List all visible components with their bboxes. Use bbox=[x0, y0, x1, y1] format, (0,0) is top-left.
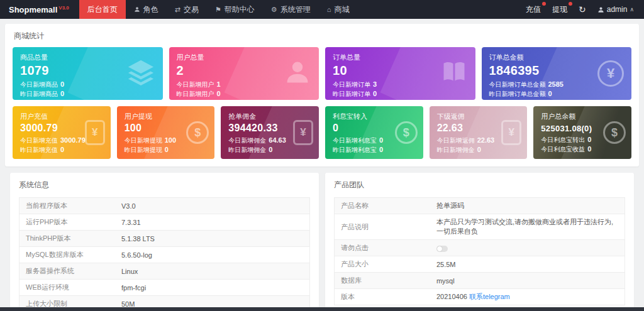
table-row: 数据库mysql bbox=[335, 273, 625, 289]
dollar-circle-icon: $ bbox=[603, 121, 626, 144]
user-icon bbox=[597, 6, 604, 13]
brand-logo[interactable]: Shopmemall V3.0 bbox=[9, 5, 69, 14]
withdraw-notification-badge bbox=[569, 2, 572, 6]
stat-line: 昨日新增用户0 bbox=[177, 89, 312, 99]
row-label: 服务器操作系统 bbox=[19, 263, 115, 280]
row-label: 产品说明 bbox=[335, 214, 430, 240]
table-row: 当前程序版本V3.0 bbox=[19, 198, 310, 214]
brand-name: Shopmemall bbox=[9, 5, 57, 14]
row-value bbox=[430, 240, 625, 256]
row-value: 20210406 联系telegram bbox=[430, 289, 625, 305]
nav-item-roles[interactable]: 角色 bbox=[126, 0, 167, 19]
nav-item-dashboard[interactable]: 后台首页 bbox=[79, 0, 126, 19]
stat-line: 昨日新增佣金0 bbox=[228, 145, 311, 155]
recharge-label: 充值 bbox=[526, 5, 541, 14]
nav-item-system-settings[interactable]: ⚙ 系统管理 bbox=[263, 0, 319, 19]
stat-card-goods-total[interactable]: 商品总量 1079 今日新增商品0 昨日新增商品0 bbox=[13, 47, 163, 100]
brand-version: V3.0 bbox=[58, 5, 69, 11]
table-row: 版本20210406 联系telegram bbox=[335, 289, 625, 305]
nav-item-label: 交易 bbox=[184, 0, 199, 19]
main-content: 商城统计 商品总量 1079 今日新增商品0 昨日新增商品0 用户总量 2 今日… bbox=[0, 19, 644, 311]
stat-card-user-withdraw[interactable]: 用户提现 100 今日新增提现100 昨日新增提现0 $ bbox=[117, 106, 215, 159]
nav-item-label: 帮助中心 bbox=[225, 0, 255, 19]
toggle-knob bbox=[437, 246, 442, 251]
product-size-link[interactable]: 25.5M bbox=[430, 256, 625, 273]
table-row: 产品大小25.5M bbox=[335, 256, 625, 273]
panel-title: 商城统计 bbox=[5, 24, 639, 47]
row-label: 版本 bbox=[335, 289, 430, 305]
withdraw-label: 提现 bbox=[552, 5, 567, 14]
database-link[interactable]: mysql bbox=[430, 273, 625, 289]
stat-line: 今日利息宝收益0 bbox=[541, 145, 624, 154]
refresh-icon[interactable]: ↻ bbox=[579, 4, 586, 14]
system-info-table: 当前程序版本V3.0 运行PHP版本7.3.31 ThinkPHP版本5.1.3… bbox=[19, 197, 310, 311]
row-label: 运行PHP版本 bbox=[19, 214, 115, 231]
row-label: ThinkPHP版本 bbox=[19, 231, 115, 247]
nav-item-label: 商城 bbox=[334, 0, 349, 19]
mall-statistics-panel: 商城统计 商品总量 1079 今日新增商品0 昨日新增商品0 用户总量 2 今日… bbox=[5, 24, 639, 166]
row-label: 当前程序版本 bbox=[19, 198, 115, 214]
row-label: 产品大小 bbox=[335, 256, 430, 273]
stat-card-order-commission[interactable]: 抢单佣金 394420.33 今日新增佣金64.63 昨日新增佣金0 ¥ bbox=[221, 106, 319, 159]
stat-line: 昨日新增利息宝0 bbox=[333, 145, 416, 155]
system-info-panel: 系统信息 当前程序版本V3.0 运行PHP版本7.3.31 ThinkPHP版本… bbox=[10, 173, 319, 311]
stat-line: 昨日新增佣金0 bbox=[437, 145, 520, 155]
stat-card-interest-in[interactable]: 利息宝转入 0 今日新增利息宝0 昨日新增利息宝0 $ bbox=[325, 106, 423, 159]
user-icon bbox=[134, 6, 140, 13]
nav-item-label: 后台首页 bbox=[87, 0, 118, 19]
navbar-right: 充值 提现 ↻ admin ∧ bbox=[526, 4, 644, 15]
footer-bar bbox=[0, 307, 644, 311]
table-row: ThinkPHP版本5.1.38 LTS bbox=[19, 231, 310, 247]
stat-card-order-amount[interactable]: 订单总金额 1846395 今日新增订单总金额2585 昨日新增订单总金额0 ¥ bbox=[482, 47, 632, 100]
admin-menu[interactable]: admin ∧ bbox=[597, 5, 634, 14]
nav-item-mall[interactable]: ⌂ 商城 bbox=[319, 0, 358, 19]
row-label: 产品名称 bbox=[335, 198, 430, 214]
nav-item-trade[interactable]: ⇄ 交易 bbox=[167, 0, 207, 19]
user-icon bbox=[284, 58, 311, 89]
table-row: 运行PHP版本7.3.31 bbox=[19, 214, 310, 231]
stat-title: 利息宝转入 bbox=[333, 112, 416, 121]
yen-circle-icon: ¥ bbox=[597, 60, 624, 87]
stat-card-user-recharge[interactable]: 用户充值 3000.79 今日新增充值3000.79 昨日新增充值0 ¥ bbox=[13, 106, 111, 159]
stat-line: 昨日新增订单0 bbox=[333, 89, 468, 99]
shop-icon: ⌂ bbox=[327, 0, 331, 19]
stat-card-user-balance[interactable]: 用户总余额 525031.08(0) 今日利息宝转出0 今日利息宝收益0 $ bbox=[533, 106, 631, 159]
receipt-icon: ¥ bbox=[85, 120, 105, 145]
dollar-circle-icon: $ bbox=[186, 121, 209, 144]
admin-label: admin bbox=[607, 5, 628, 14]
table-row: WEB运行环境fpm-fcgi bbox=[19, 280, 310, 296]
exchange-icon: ⇄ bbox=[175, 0, 180, 19]
flag-icon: ⚑ bbox=[215, 0, 221, 19]
chevron-up-icon: ∧ bbox=[630, 6, 634, 13]
stat-line: 昨日新增提现0 bbox=[125, 145, 208, 155]
table-row: 请勿点击 bbox=[335, 240, 625, 256]
row-value: 本产品只为学习测试交流,请勿搬做商业或者用于违法行为,一切后果自负 bbox=[430, 214, 625, 240]
telegram-contact-link[interactable]: 联系telegram bbox=[469, 293, 510, 300]
nav-item-help-center[interactable]: ⚑ 帮助中心 bbox=[207, 0, 263, 19]
product-team-panel: 产品团队 产品名称抢单源码 产品说明本产品只为学习测试交流,请勿搬做商业或者用于… bbox=[325, 173, 634, 311]
stat-card-orders-total[interactable]: 订单总量 10 今日新增订单3 昨日新增订单0 bbox=[325, 47, 475, 100]
stat-card-subordinate-rebate[interactable]: 下级返佣 22.63 今日新增返佣22.63 昨日新增佣金0 ¥ bbox=[430, 106, 528, 159]
stat-cards-row-2: 用户充值 3000.79 今日新增充值3000.79 昨日新增充值0 ¥ 用户提… bbox=[13, 106, 631, 159]
gear-icon: ⚙ bbox=[271, 0, 277, 19]
row-label: 数据库 bbox=[335, 273, 430, 289]
top-navbar: Shopmemall V3.0 后台首页 角色 ⇄ 交易 ⚑ 帮助中心 ⚙ 系统… bbox=[0, 0, 644, 19]
panel-title: 系统信息 bbox=[10, 173, 319, 196]
nav-item-label: 角色 bbox=[143, 0, 158, 19]
do-not-click-toggle[interactable] bbox=[436, 246, 448, 252]
recharge-notification-badge bbox=[542, 2, 546, 6]
stat-cards-row-1: 商品总量 1079 今日新增商品0 昨日新增商品0 用户总量 2 今日新增用户1… bbox=[13, 47, 631, 100]
stat-line: 昨日新增订单总金额0 bbox=[489, 89, 625, 99]
row-value: 抢单源码 bbox=[430, 198, 625, 214]
recharge-button[interactable]: 充值 bbox=[526, 4, 541, 15]
product-team-table: 产品名称抢单源码 产品说明本产品只为学习测试交流,请勿搬做商业或者用于违法行为,… bbox=[334, 197, 625, 305]
stat-card-users-total[interactable]: 用户总量 2 今日新增用户1 昨日新增用户0 bbox=[169, 47, 319, 100]
row-value: V3.0 bbox=[115, 198, 310, 214]
withdraw-button[interactable]: 提现 bbox=[552, 4, 567, 15]
row-value: 5.6.50-log bbox=[115, 247, 310, 263]
panel-title: 产品团队 bbox=[325, 173, 634, 196]
row-value: 7.3.31 bbox=[115, 214, 310, 231]
stat-title: 用户提现 bbox=[125, 112, 208, 121]
stat-line: 昨日新增充值0 bbox=[20, 145, 103, 155]
row-value: Linux bbox=[115, 263, 310, 280]
